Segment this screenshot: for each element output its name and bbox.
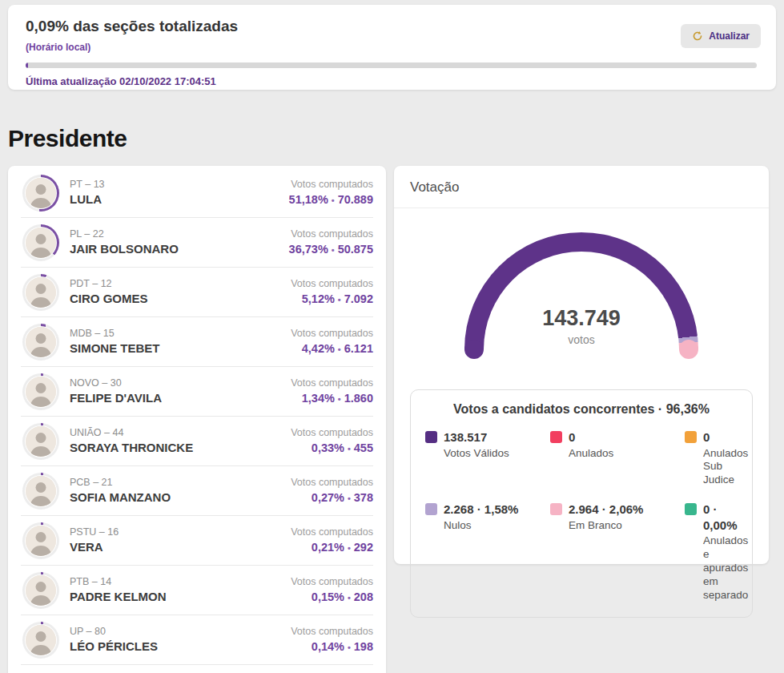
legend-value: 2.268 · 1,58% [444,502,518,518]
candidate-photo [26,228,56,258]
candidate-percent: 36,73% [289,243,328,256]
candidate-votes: 292 [354,541,373,554]
candidate-party: MDB – 15 [70,327,160,341]
votacao-title: Votação [394,166,769,208]
votes-computed-value: 0,33%•455 [291,440,373,456]
candidate-party: PSTU – 16 [70,526,119,539]
legend-item: 138.517 Votos Válidos [425,429,544,487]
totalization-summary-card: 0,09% das seções totalizadas (Horário lo… [8,5,776,90]
candidates-card: PT – 13 LULA Votos computados 51,18%•70.… [8,166,386,673]
candidate-progress-ring [22,224,59,261]
votes-computed-value: 4,42%•6.121 [291,341,373,357]
legend-value: 2.964 · 2,06% [569,502,643,518]
candidate-votes: 1.860 [344,392,373,405]
value-separator: • [344,494,354,503]
candidate-percent: 51,18% [289,193,328,206]
legend-item: 2.964 · 2,06% Em Branco [550,502,678,602]
candidate-progress-ring [22,473,59,510]
candidate-votes: 198 [354,640,373,653]
legend-value: 0 [569,429,613,445]
candidate-row: PDT – 12 CIRO GOMES Votos computados 5,1… [21,268,373,317]
votes-computed-label: Votos computados [289,228,373,242]
votes-computed-value: 0,21%•292 [291,539,373,555]
candidate-party: PL – 22 [70,228,179,241]
votes-computed-label: Votos computados [289,178,373,192]
page-title: Presidente [8,125,127,152]
legend-label: Votos Válidos [444,447,509,461]
candidate-photo [26,327,56,357]
candidates-list: PT – 13 LULA Votos computados 51,18%•70.… [8,168,386,665]
candidate-name: JAIR BOLSONARO [70,241,179,257]
local-time-note: (Horário local) [26,42,758,53]
candidate-row: PL – 22 JAIR BOLSONARO Votos computados … [21,218,373,268]
legend-color-swatch [425,431,437,443]
votes-computed-value: 0,14%•198 [291,639,373,655]
candidate-party: UP – 80 [70,625,158,639]
legend-value: 138.517 [444,429,509,445]
candidate-votes: 378 [354,491,373,504]
votes-computed-value: 36,73%•50.875 [289,241,373,257]
candidate-votes: 50.875 [338,243,373,256]
candidate-votes: 208 [354,590,373,603]
totalization-title: 0,09% das seções totalizadas [26,18,758,35]
votes-legend-box: Votos a candidatos concorrentes · 96,36%… [410,389,753,618]
candidate-progress-ring [22,622,59,659]
candidate-votes: 70.889 [338,193,373,206]
candidate-party: PT – 13 [70,178,105,191]
value-separator: • [335,295,344,304]
legend-item: 2.268 · 1,58% Nulos [425,502,544,602]
candidate-photo [26,575,56,606]
candidate-name: SOFIA MANZANO [70,490,171,506]
candidate-row: PCB – 21 SOFIA MANZANO Votos computados … [21,466,373,516]
candidate-row: UP – 80 LÉO PÉRICLES Votos computados 0,… [21,615,373,665]
candidate-photo [26,526,56,556]
legend-label: Anulados e apurados em separado [703,534,748,602]
votes-computed-value: 5,12%•7.092 [291,291,373,307]
refresh-icon [692,30,703,42]
candidate-party: PCB – 21 [70,476,171,490]
candidate-progress-ring [22,324,59,361]
value-separator: • [335,345,344,354]
value-separator: • [344,593,354,602]
legend-value: 0 · 0,00% [703,502,748,533]
votes-computed-label: Votos computados [291,426,373,441]
votes-computed-label: Votos computados [291,476,373,490]
value-separator: • [344,543,354,553]
legend-color-swatch [425,503,437,515]
value-separator: • [328,245,338,255]
candidate-row: PT – 13 LULA Votos computados 51,18%•70.… [21,168,373,218]
legend-color-swatch [685,503,697,515]
legend-title: Votos a candidatos concorrentes · 96,36% [425,402,738,417]
last-update-text: Última atualização 02/10/2022 17:04:51 [26,75,758,87]
votes-computed-label: Votos computados [291,327,373,341]
legend-label: Anulados [569,447,613,461]
votes-computed-label: Votos computados [291,575,373,590]
totalization-progress-bar [26,62,757,68]
candidate-percent: 0,33% [312,441,344,454]
candidate-party: NOVO – 30 [70,377,162,390]
candidate-row: MDB – 15 SIMONE TEBET Votos computados 4… [21,317,373,367]
legend-color-swatch [685,431,697,443]
candidate-votes: 7.092 [344,292,373,305]
candidate-name: SIMONE TEBET [70,341,160,357]
refresh-button[interactable]: Atualizar [681,24,761,48]
legend-label: Anulados Sub Judice [703,447,748,488]
candidate-row: UNIÃO – 44 SORAYA THRONICKE Votos comput… [21,417,373,466]
candidate-votes: 6.121 [344,342,373,355]
votes-computed-label: Votos computados [291,625,373,639]
candidate-photo [26,277,56,308]
legend-color-swatch [550,503,562,515]
votes-computed-value: 51,18%•70.889 [289,191,373,208]
candidate-percent: 5,12% [302,292,335,305]
candidate-percent: 0,14% [312,640,344,653]
value-separator: • [328,195,338,205]
total-votes-label: votos [464,333,698,346]
votes-computed-label: Votos computados [291,377,373,391]
candidate-progress-ring [22,423,59,460]
candidate-name: LÉO PÉRICLES [70,639,158,655]
candidate-row: PTB – 14 PADRE KELMON Votos computados 0… [21,566,373,615]
candidate-photo [26,476,56,506]
candidate-name: LULA [70,191,105,208]
candidate-photo [26,377,56,407]
total-votes-value: 143.749 [464,306,698,331]
